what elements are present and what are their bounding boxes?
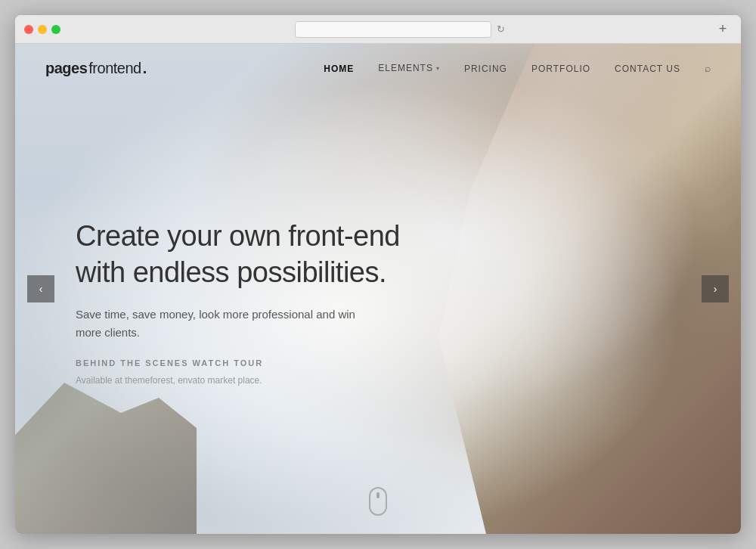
minimize-button[interactable] bbox=[38, 25, 47, 34]
nav-link-home[interactable]: HOME bbox=[324, 64, 354, 74]
hero-cta-link[interactable]: BEHIND THE SCENES WATCH TOUR bbox=[76, 358, 400, 368]
slider-next-button[interactable]: › bbox=[702, 275, 729, 302]
website-content: pages frontend . HOME ELEMENTS ▾ PRICING bbox=[15, 44, 741, 534]
hero-marketplace-text: Available at themeforest, envato market … bbox=[76, 375, 400, 386]
close-button[interactable] bbox=[24, 25, 33, 34]
hero-heading: Create your own front-endwith endless po… bbox=[76, 219, 400, 290]
chevron-right-icon: › bbox=[714, 283, 717, 295]
slider-prev-button[interactable]: ‹ bbox=[27, 275, 54, 302]
nav-item-search[interactable]: ⌕ bbox=[705, 61, 711, 75]
brand-pages-text: pages bbox=[45, 60, 87, 77]
nav-item-elements[interactable]: ELEMENTS ▾ bbox=[378, 63, 440, 73]
navbar: pages frontend . HOME ELEMENTS ▾ PRICING bbox=[15, 44, 741, 92]
chevron-left-icon: ‹ bbox=[39, 283, 43, 295]
browser-window: pages.revox.io ↻ + pages frontend . HOME bbox=[15, 15, 741, 534]
brand-frontend-text: frontend bbox=[88, 60, 141, 77]
url-input[interactable]: pages.revox.io bbox=[295, 21, 491, 38]
scroll-indicator bbox=[369, 487, 387, 516]
nav-link-elements[interactable]: ELEMENTS ▾ bbox=[378, 63, 440, 73]
hero-subtext: Save time, save money, look more profess… bbox=[76, 306, 363, 342]
nav-links: HOME ELEMENTS ▾ PRICING PORTFOLIO CONTAC… bbox=[324, 61, 711, 75]
hero-content: Create your own front-endwith endless po… bbox=[76, 219, 400, 386]
maximize-button[interactable] bbox=[51, 25, 60, 34]
nav-item-pricing[interactable]: PRICING bbox=[464, 61, 507, 75]
new-tab-button[interactable]: + bbox=[714, 21, 732, 37]
nav-item-contact[interactable]: CONTACT US bbox=[615, 61, 680, 75]
traffic-lights bbox=[24, 25, 60, 34]
brand-dot: . bbox=[143, 60, 147, 77]
refresh-icon[interactable]: ↻ bbox=[497, 23, 505, 35]
brand-logo[interactable]: pages frontend . bbox=[45, 60, 147, 77]
address-bar: pages.revox.io ↻ bbox=[73, 21, 714, 38]
nav-link-pricing[interactable]: PRICING bbox=[464, 64, 507, 74]
scroll-dot bbox=[376, 492, 380, 498]
nav-link-contact[interactable]: CONTACT US bbox=[615, 64, 680, 74]
browser-chrome: pages.revox.io ↻ + bbox=[15, 15, 741, 44]
nav-item-portfolio[interactable]: PORTFOLIO bbox=[531, 61, 590, 75]
chevron-down-icon: ▾ bbox=[436, 65, 440, 72]
search-icon[interactable]: ⌕ bbox=[705, 62, 711, 74]
nav-link-portfolio[interactable]: PORTFOLIO bbox=[531, 64, 590, 74]
nav-item-home[interactable]: HOME bbox=[324, 61, 354, 75]
